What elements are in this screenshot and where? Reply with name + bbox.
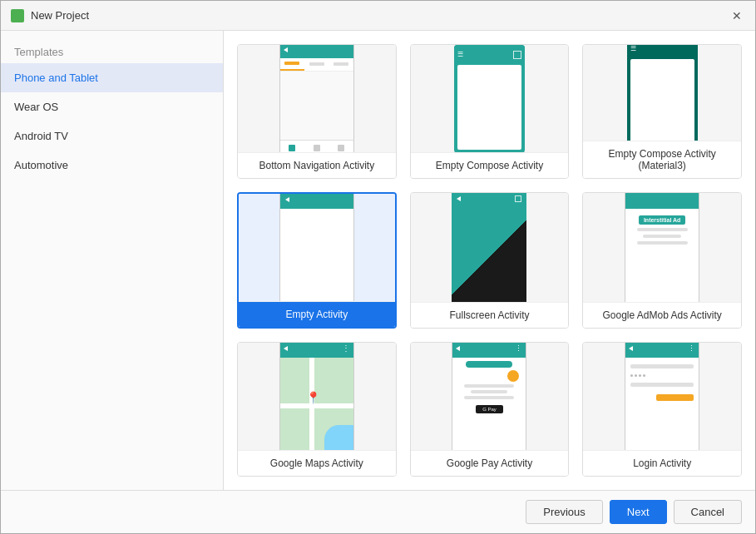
next-button[interactable]: Next [610, 500, 667, 524]
template-label-maps: Google Maps Activity [238, 450, 396, 476]
template-card-fullscreen[interactable]: Fullscreen Activity [410, 192, 570, 329]
dialog-title: New Project [31, 9, 89, 22]
template-label-gpay: Google Pay Activity [411, 450, 569, 476]
sidebar-item-phone-tablet[interactable]: Phone and Tablet [1, 63, 223, 92]
footer: Previous Next Cancel [1, 490, 755, 533]
template-card-gpay[interactable]: ⋮ G Pay Google Pay A [410, 342, 570, 477]
title-bar-left: New Project [11, 9, 89, 22]
sidebar-item-wear-os[interactable]: Wear OS [1, 92, 223, 121]
sidebar: Templates Phone and Tablet Wear OS Andro… [1, 31, 224, 490]
template-preview-maps: ⋮ 📍 [238, 343, 396, 450]
template-card-empty-activity[interactable]: Empty Activity [237, 192, 397, 329]
template-preview-login: ⋮ [583, 343, 741, 450]
app-icon [11, 9, 24, 22]
template-card-bottom-nav[interactable]: Bottom Navigation Activity [237, 44, 397, 179]
template-label-fullscreen: Fullscreen Activity [411, 302, 569, 328]
template-label-bottom-nav: Bottom Navigation Activity [238, 152, 396, 178]
template-card-empty-compose-m3[interactable]: ☰ Empty Compose Activity (Material3) [582, 44, 742, 179]
template-card-maps[interactable]: ⋮ 📍 Google Maps Activity [237, 342, 397, 477]
template-preview-empty-compose-m3: ☰ [583, 45, 741, 141]
template-label-empty-compose: Empty Compose Activity [411, 152, 569, 178]
template-label-admob: Google AdMob Ads Activity [583, 302, 741, 328]
template-label-empty-compose-m3: Empty Compose Activity (Material3) [583, 141, 741, 178]
sidebar-label-automotive: Automotive [14, 159, 68, 171]
cancel-button[interactable]: Cancel [674, 500, 742, 524]
sidebar-label-phone-tablet: Phone and Tablet [14, 72, 98, 84]
template-preview-gpay: ⋮ G Pay [411, 343, 569, 450]
templates-grid: Bottom Navigation Activity ☰ Empty C [224, 31, 755, 490]
template-preview-fullscreen [411, 193, 569, 302]
template-card-login[interactable]: ⋮ [582, 342, 742, 477]
sidebar-label-android-tv: Android TV [14, 130, 68, 142]
template-preview-bottom-nav [238, 45, 396, 152]
sidebar-item-automotive[interactable]: Automotive [1, 151, 223, 180]
sidebar-item-android-tv[interactable]: Android TV [1, 121, 223, 151]
template-preview-empty-activity [239, 194, 395, 301]
main-area: Bottom Navigation Activity ☰ Empty C [224, 31, 755, 490]
template-label-login: Login Activity [583, 450, 741, 476]
template-label-empty-activity: Empty Activity [239, 301, 395, 327]
template-card-empty-compose[interactable]: ☰ Empty Compose Activity [410, 44, 570, 179]
new-project-dialog: New Project ✕ Templates Phone and Tablet… [0, 0, 756, 534]
content-area: Templates Phone and Tablet Wear OS Andro… [1, 31, 755, 490]
admob-ad-label: Interstitial Ad [639, 215, 685, 225]
previous-button[interactable]: Previous [526, 500, 603, 524]
title-bar: New Project ✕ [1, 1, 755, 31]
gpay-button-label: G Pay [476, 405, 503, 413]
template-card-admob[interactable]: Interstitial Ad Google AdMob Ads Activit… [582, 192, 742, 329]
close-button[interactable]: ✕ [729, 7, 745, 24]
sidebar-label-wear-os: Wear OS [14, 101, 58, 113]
template-preview-admob: Interstitial Ad [583, 193, 741, 302]
template-preview-empty-compose: ☰ [411, 45, 569, 152]
sidebar-section-label: Templates [1, 37, 223, 63]
